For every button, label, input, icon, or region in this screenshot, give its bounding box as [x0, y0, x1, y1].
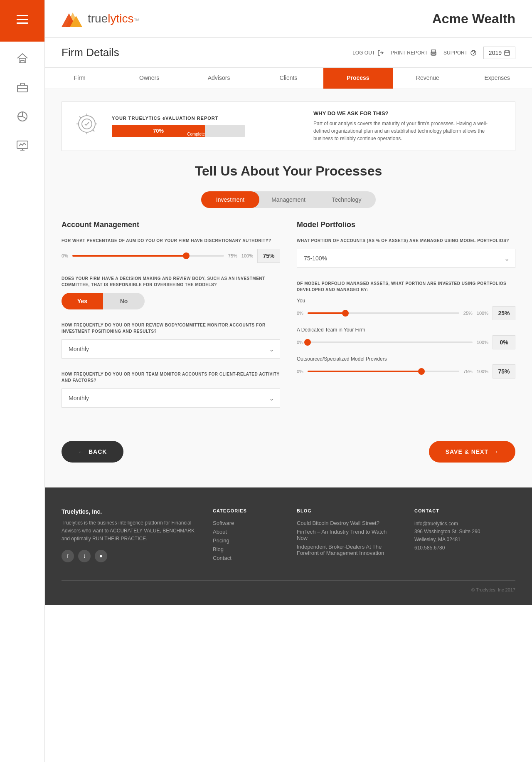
svg-rect-1	[17, 19, 28, 20]
tab-advisors[interactable]: Advisors	[184, 68, 254, 89]
support-icon	[470, 49, 477, 56]
svg-line-28	[79, 116, 81, 118]
svg-point-17	[471, 50, 476, 55]
logo: truelytics™	[62, 8, 139, 29]
q1-track[interactable]	[72, 255, 224, 257]
sidebar-item-home[interactable]	[14, 50, 31, 67]
content-area: YOUR TRUELYTICS eVALUATION REPORT 70% Co…	[45, 89, 532, 487]
mp-slider3-track[interactable]	[308, 371, 459, 372]
print-button[interactable]: PRINT REPORT	[391, 49, 437, 56]
mp-slider3-fill	[308, 371, 421, 372]
footer-address: 396 Washington St. Suite 290	[414, 528, 515, 536]
footer-blog-post-2[interactable]: FinTech – An Industry Trend to Watch Now	[297, 529, 398, 541]
footer-categories-title: CATEGORIES	[213, 508, 280, 513]
mp-slider2-value: 0%	[493, 335, 515, 349]
subtab-investment[interactable]: Investment	[201, 191, 259, 208]
footer-link-about[interactable]: About	[213, 529, 280, 535]
subtab-technology[interactable]: Technology	[318, 191, 376, 208]
footer-company-col: Truelytics, Inc. Truelytics is the busin…	[62, 508, 196, 564]
eval-banner: YOUR TRUELYTICS eVALUATION REPORT 70% Co…	[62, 101, 515, 151]
footer-link-pricing[interactable]: Pricing	[213, 537, 280, 544]
tab-navigation: Firm Owners Advisors Clients Process Rev…	[45, 68, 532, 89]
mp-slider1-value: 25%	[493, 306, 515, 320]
section-title: Tell Us About Your Processes	[62, 163, 515, 179]
footer-phone: 610.585.6780	[414, 544, 515, 552]
q1-fill	[72, 255, 186, 257]
logout-icon	[377, 49, 384, 56]
year-badge[interactable]: 2019	[483, 47, 515, 59]
header-actions: LOG OUT PRINT REPORT SUPPORT	[352, 47, 515, 59]
footer-city: Wellesley, MA 02481	[414, 536, 515, 544]
q3-label: HOW FREQUENTLY DO YOU OR YOUR REVIEW BOD…	[62, 322, 280, 334]
mp-slider3-thumb[interactable]	[418, 368, 425, 375]
mp-slider3-mid: 75%	[463, 369, 473, 374]
logout-button[interactable]: LOG OUT	[352, 49, 384, 56]
svg-rect-4	[21, 60, 24, 63]
footer-grid: Truelytics, Inc. Truelytics is the busin…	[62, 508, 515, 564]
footer-link-contact[interactable]: Contact	[213, 555, 280, 561]
footer-blog-title: BLOG	[297, 508, 398, 513]
mp-slider1-thumb[interactable]	[342, 310, 349, 317]
mp-q1-block: WHAT PORTION OF ACCOUNTS (AS % OF ASSETS…	[297, 238, 515, 268]
tab-clients[interactable]: Clients	[254, 68, 323, 89]
q4-select[interactable]: Daily Weekly Monthly Quarterly Annually	[62, 388, 280, 408]
page-header: Firm Details LOG OUT PRINT REPORT SUPPOR…	[45, 38, 532, 68]
back-button[interactable]: ← BACK	[62, 441, 123, 463]
sidebar-item-monitor[interactable]	[14, 137, 31, 154]
yes-button[interactable]: Yes	[62, 293, 103, 309]
q2-block: DOES YOUR FIRM HAVE A DECISION MAKING AN…	[62, 275, 280, 309]
footer-blog-post-1[interactable]: Could Bitcoin Destroy Wall Street?	[297, 520, 398, 526]
sidebar-item-chart[interactable]	[14, 108, 31, 125]
tab-revenue[interactable]: Revenue	[393, 68, 462, 89]
eval-details: YOUR TRUELYTICS eVALUATION REPORT 70% Co…	[112, 116, 301, 137]
copyright: © Truelytics, Inc 2017	[471, 587, 515, 592]
mp-slider1-track[interactable]	[308, 312, 459, 314]
mp-slider2-row: 0% 100% 0%	[297, 335, 515, 349]
support-button[interactable]: SUPPORT	[443, 49, 477, 56]
no-button[interactable]: No	[103, 293, 145, 309]
mp-slider1-fill	[308, 312, 345, 314]
q1-value: 75%	[257, 249, 280, 263]
sidebar-item-briefcase[interactable]	[14, 79, 31, 96]
save-next-button[interactable]: SAVE & NEXT →	[429, 441, 515, 463]
mp-slider2-block: A Dedicated Team in Your Firm 0% 100% 0%	[297, 327, 515, 349]
calendar-icon	[504, 50, 510, 56]
q3-block: HOW FREQUENTLY DO YOU OR YOUR REVIEW BOD…	[62, 322, 280, 359]
q2-label: DOES YOUR FIRM HAVE A DECISION MAKING AN…	[62, 275, 280, 288]
q4-select-wrapper: Daily Weekly Monthly Quarterly Annually	[62, 388, 280, 408]
q3-select[interactable]: Daily Weekly Monthly Quarterly Annually	[62, 339, 280, 359]
footer-email: info@truelytics.com	[414, 520, 515, 528]
twitter-icon[interactable]: t	[78, 550, 91, 562]
mp-q2-block: OF MODEL PORFOLIO MANAGED ASSETS, WHAT P…	[297, 280, 515, 379]
footer-company-name: Truelytics, Inc.	[62, 508, 196, 515]
mp-q1-select[interactable]: 0-25% 25-50% 50-75% 75-100%	[297, 249, 515, 268]
footer-blog-post-3[interactable]: Independent Broker-Dealers At The Forefr…	[297, 544, 398, 556]
logo-text: truelytics™	[88, 12, 139, 25]
footer-bottom: © Truelytics, Inc 2017	[62, 580, 515, 592]
footer-link-software[interactable]: Software	[213, 520, 280, 526]
footer-blog-col: BLOG Could Bitcoin Destroy Wall Street? …	[297, 508, 398, 564]
footer: Truelytics, Inc. Truelytics is the busin…	[45, 487, 532, 605]
subtab-navigation: Investment Management Technology	[201, 191, 376, 208]
mp-slider2-track[interactable]	[308, 341, 473, 343]
mp-slider2-thumb[interactable]	[304, 339, 311, 346]
q4-block: HOW FREQUENTLY DO YOU OR YOUR TEAM MONIT…	[62, 371, 280, 408]
facebook-icon[interactable]: f	[62, 550, 74, 562]
q1-label: FOR WHAT PERCENTAGE OF AUM DO YOU OR YOU…	[62, 238, 280, 244]
page-title: Firm Details	[62, 46, 119, 59]
tab-firm[interactable]: Firm	[45, 68, 114, 89]
footer-contact-col: CONTACT info@truelytics.com 396 Washingt…	[414, 508, 515, 564]
footer-link-blog[interactable]: Blog	[213, 546, 280, 552]
q1-thumb[interactable]	[183, 252, 190, 259]
tab-owners[interactable]: Owners	[114, 68, 184, 89]
mp-q1-select-wrapper: 0-25% 25-50% 50-75% 75-100%	[297, 249, 515, 268]
q3-select-wrapper: Daily Weekly Monthly Quarterly Annually	[62, 339, 280, 359]
rss-icon[interactable]: ●	[95, 550, 107, 562]
subtab-management[interactable]: Management	[259, 191, 318, 208]
model-portfolios-col: Model Portfolios WHAT PORTION OF ACCOUNT…	[297, 220, 515, 420]
hamburger-icon[interactable]	[17, 15, 28, 27]
mp-slider3-min: 0%	[297, 369, 303, 374]
tab-expenses[interactable]: Expenses	[463, 68, 532, 89]
tab-process[interactable]: Process	[323, 68, 393, 89]
footer-social: f t ●	[62, 550, 196, 562]
